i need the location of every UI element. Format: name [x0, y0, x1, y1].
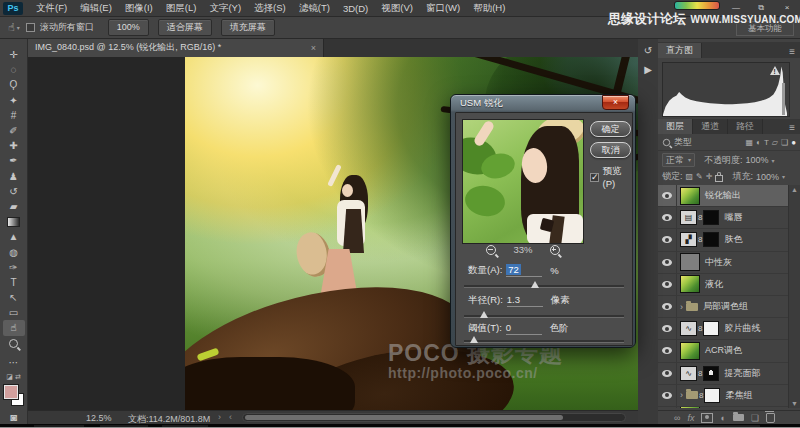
tool-preset-chevron-icon[interactable]: ▾: [17, 24, 20, 31]
actions-panel-icon[interactable]: ▶: [641, 63, 655, 77]
menu-type[interactable]: 文字(Y): [209, 2, 241, 15]
add-mask-icon[interactable]: [701, 413, 713, 423]
lock-position-icon[interactable]: ✛: [706, 172, 713, 181]
layer-row-liquify[interactable]: 液化: [658, 274, 788, 296]
layer-row-skin-tone[interactable]: ▞ 8 肤色: [658, 229, 788, 251]
layer-mask-thumbnail[interactable]: [704, 388, 720, 403]
dialog-close-button[interactable]: ×: [602, 95, 629, 110]
tab-histogram[interactable]: 直方图: [658, 43, 702, 58]
layer-row-brighten-face[interactable]: ∿ 8 提亮面部: [658, 363, 788, 385]
preview-checkbox[interactable]: [590, 173, 599, 182]
move-tool[interactable]: ✛: [3, 47, 25, 62]
layer-mask-thumbnail[interactable]: [703, 321, 719, 336]
layer-thumbnail[interactable]: [680, 275, 700, 293]
visibility-eye-icon[interactable]: [662, 236, 672, 243]
opacity-value[interactable]: 100%: [746, 155, 769, 165]
default-colors-control[interactable]: ◪ ⇄: [6, 373, 21, 381]
link-layers-icon[interactable]: ∞: [674, 413, 680, 423]
visibility-eye-icon[interactable]: [662, 259, 672, 266]
menu-help[interactable]: 帮助(H): [473, 2, 505, 15]
visibility-eye-icon[interactable]: [662, 325, 672, 332]
threshold-input[interactable]: 0: [506, 322, 542, 335]
mask-link-icon[interactable]: 8: [698, 324, 702, 333]
menu-edit[interactable]: 编辑(E): [80, 2, 112, 15]
adjustment-layer-icon[interactable]: ▞: [680, 232, 697, 247]
visibility-eye-icon[interactable]: [662, 192, 672, 199]
filter-smart-object-icon[interactable]: ❏: [781, 138, 788, 147]
layer-row-neutral-gray[interactable]: 中性灰: [658, 252, 788, 274]
layer-style-fx-icon[interactable]: fx: [687, 413, 694, 423]
menu-view[interactable]: 视图(V): [381, 2, 413, 15]
lock-pixels-icon[interactable]: ✎: [696, 172, 703, 181]
gradient-tool[interactable]: [3, 214, 25, 229]
marquee-tool[interactable]: ◌: [3, 62, 25, 77]
shape-tool[interactable]: ▭: [3, 305, 25, 320]
menu-3d[interactable]: 3D(D): [343, 3, 368, 14]
fill-screen-button[interactable]: 填充屏幕: [221, 19, 275, 36]
tab-paths[interactable]: 路径: [728, 119, 763, 134]
layers-panel-menu-icon[interactable]: ≡: [789, 122, 795, 133]
visibility-eye-icon[interactable]: [662, 281, 672, 288]
filter-type-layers-icon[interactable]: T: [764, 138, 769, 147]
layer-row-sharpen-output[interactable]: 锐化输出: [658, 185, 788, 207]
menu-image[interactable]: 图像(I): [125, 2, 153, 15]
hand-tool[interactable]: ☝: [3, 320, 25, 335]
blend-mode-select[interactable]: 正常 ▾: [662, 153, 695, 167]
chevron-down-icon[interactable]: ▾: [782, 173, 785, 180]
group-expand-icon[interactable]: ›: [680, 390, 683, 400]
layer-thumbnail[interactable]: [680, 342, 700, 360]
horizontal-scrollbar-thumb[interactable]: [245, 415, 563, 420]
scroll-all-windows-checkbox[interactable]: [26, 23, 35, 32]
eraser-tool[interactable]: ▰: [3, 199, 25, 214]
horizontal-scrollbar[interactable]: [242, 413, 626, 422]
visibility-eye-icon[interactable]: [662, 214, 672, 221]
new-group-icon[interactable]: [733, 414, 744, 421]
menu-filter[interactable]: 滤镜(T): [299, 2, 330, 15]
status-zoom-level[interactable]: 12.5%: [86, 413, 112, 423]
radius-slider-thumb[interactable]: [480, 311, 488, 318]
layer-group-soft-focus[interactable]: › 8 柔焦组: [658, 385, 788, 407]
mask-link-icon[interactable]: 8: [698, 235, 702, 244]
layer-mask-thumbnail[interactable]: [703, 210, 719, 225]
quick-selection-tool[interactable]: ✦: [3, 93, 25, 108]
filter-adjustment-layers-icon[interactable]: ◐: [756, 138, 761, 147]
menu-layer[interactable]: 图层(L): [166, 2, 197, 15]
foreground-color-swatch[interactable]: [4, 385, 18, 399]
layers-scrollbar[interactable]: ▲ ▼: [788, 185, 800, 408]
fit-screen-button[interactable]: 适合屏幕: [158, 19, 212, 36]
delete-layer-icon[interactable]: [766, 413, 775, 423]
lasso-tool[interactable]: Ϙ: [3, 77, 25, 92]
layer-mask-thumbnail[interactable]: [703, 366, 719, 381]
radius-input[interactable]: 1.3: [507, 294, 543, 307]
lock-transparency-icon[interactable]: ▨: [686, 172, 694, 181]
fill-value[interactable]: 100%: [756, 172, 779, 182]
layer-row-film-curves[interactable]: ∿ 8 胶片曲线: [658, 318, 788, 340]
filter-type-label[interactable]: 类型: [674, 136, 692, 149]
threshold-slider-thumb[interactable]: [470, 336, 478, 343]
history-panel-icon[interactable]: ↺: [641, 44, 655, 58]
tab-layers[interactable]: 图层: [658, 119, 693, 134]
tab-channels[interactable]: 通道: [693, 119, 728, 134]
zoom-in-icon[interactable]: [550, 245, 560, 255]
zoom-tool[interactable]: [3, 336, 25, 351]
zoom-out-icon[interactable]: [486, 245, 496, 255]
adjustment-layer-icon[interactable]: ∿: [680, 321, 697, 336]
filter-toggle-icon[interactable]: ●: [791, 138, 796, 147]
actual-pixels-button[interactable]: 100%: [108, 19, 149, 36]
mask-link-icon[interactable]: 8: [698, 213, 702, 222]
histogram-panel-menu-icon[interactable]: ≡: [789, 46, 795, 57]
layer-group-local-color[interactable]: › 局部调色组: [658, 296, 788, 318]
status-popup-icon2[interactable]: ‹: [229, 412, 232, 422]
lock-all-icon[interactable]: [715, 175, 723, 182]
radius-slider[interactable]: [464, 315, 624, 318]
layer-row-acr-color[interactable]: ACR调色: [658, 340, 788, 362]
amount-slider[interactable]: [464, 285, 624, 288]
path-selection-tool[interactable]: ↖: [3, 290, 25, 305]
ok-button[interactable]: 确定: [590, 121, 631, 137]
edit-toolbar-button[interactable]: ⋯: [3, 355, 25, 370]
mask-link-icon[interactable]: 8: [699, 391, 703, 400]
eyedropper-tool[interactable]: ✐: [3, 123, 25, 138]
layer-thumbnail[interactable]: [680, 253, 700, 271]
history-brush-tool[interactable]: ↺: [3, 184, 25, 199]
visibility-eye-icon[interactable]: [662, 303, 672, 310]
